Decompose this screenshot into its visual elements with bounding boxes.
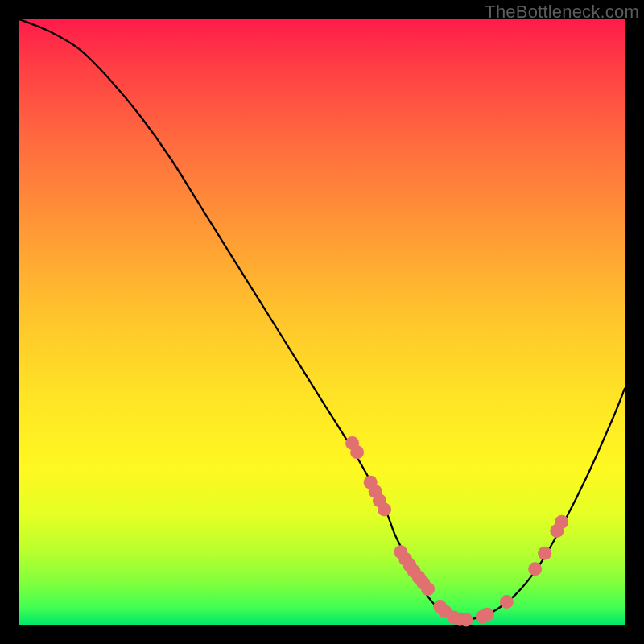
highlight-dot (460, 613, 473, 627)
highlight-dot (555, 515, 568, 529)
highlight-dot (481, 608, 494, 621)
highlight-dot (350, 445, 364, 459)
highlight-dot (421, 582, 435, 596)
chart-overlay (0, 0, 644, 644)
highlight-dot (528, 562, 542, 576)
chart-canvas: TheBottleneck.com (0, 0, 644, 644)
highlight-dot (500, 595, 514, 609)
highlight-dot (378, 503, 391, 517)
bottleneck-curve (19, 19, 625, 619)
highlight-dots (345, 436, 568, 627)
highlight-dot (538, 547, 551, 560)
